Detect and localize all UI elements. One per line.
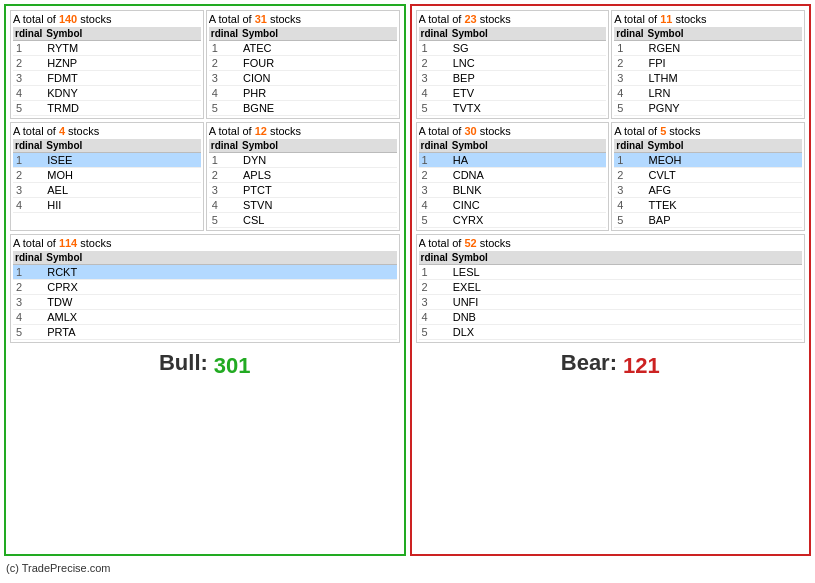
table-row: 2LNC — [419, 56, 607, 71]
col-ordinal: rdinal — [13, 27, 44, 41]
table-row: 5TRMD — [13, 101, 201, 116]
col-symbol: Symbol — [44, 251, 396, 265]
bull-text-label: Bull: — [159, 350, 208, 376]
table-row: 5BGNE — [209, 101, 397, 116]
table-row: 5CSL — [209, 213, 397, 228]
bear-block-23: A total of 23 stocks rdinal Symbol 1SG 2… — [416, 10, 610, 119]
table-row: 4KDNY — [13, 86, 201, 101]
table-row: 5CYRX — [419, 213, 607, 228]
bear-block-5: A total of 5 stocks rdinal Symbol 1MEOH … — [611, 122, 805, 231]
bull-block-31: A total of 31 stocks rdinal Symbol 1ATEC… — [206, 10, 400, 119]
table-row: 2HZNP — [13, 56, 201, 71]
col-symbol: Symbol — [240, 27, 397, 41]
bull-count: 301 — [214, 353, 251, 379]
table-row: 4DNB — [419, 310, 803, 325]
col-ordinal: rdinal — [209, 27, 240, 41]
bull-block-12: A total of 12 stocks rdinal Symbol 1DYN … — [206, 122, 400, 231]
footer: (c) TradePrecise.com — [0, 560, 815, 576]
table-row: 2FOUR — [209, 56, 397, 71]
col-ordinal: rdinal — [13, 251, 44, 265]
table-row: 1LESL — [419, 265, 803, 280]
table-row: 5PRTA — [13, 325, 397, 340]
bear-block-11: A total of 11 stocks rdinal Symbol 1RGEN… — [611, 10, 805, 119]
bear-5-header: A total of 5 stocks — [614, 125, 802, 137]
table-row: 4LRN — [614, 86, 802, 101]
table-row: 3AEL — [13, 183, 201, 198]
table-row: 4PHR — [209, 86, 397, 101]
bear-count: 121 — [623, 353, 660, 379]
table-row: 1DYN — [209, 153, 397, 168]
col-symbol: Symbol — [44, 27, 201, 41]
col-ordinal: rdinal — [209, 139, 240, 153]
table-row: 3TDW — [13, 295, 397, 310]
table-row: 3LTHM — [614, 71, 802, 86]
table-row: 2MOH — [13, 168, 201, 183]
table-row: 5BAP — [614, 213, 802, 228]
bear-label-row: Bear: 121 — [416, 347, 806, 379]
table-row: 2EXEL — [419, 280, 803, 295]
bull-block-114: A total of 114 stocks rdinal Symbol 1RCK… — [10, 234, 400, 343]
table-row: 5DLX — [419, 325, 803, 340]
table-row: 3PTCT — [209, 183, 397, 198]
table-row: 2FPI — [614, 56, 802, 71]
table-row: 1RCKT — [13, 265, 397, 280]
bear-text-label: Bear: — [561, 350, 617, 376]
bull-31-header: A total of 31 stocks — [209, 13, 397, 25]
bear-52-header: A total of 52 stocks — [419, 237, 803, 249]
table-row: 1ATEC — [209, 41, 397, 56]
table-row: 5PGNY — [614, 101, 802, 116]
table-row: 3UNFI — [419, 295, 803, 310]
col-symbol: Symbol — [645, 27, 802, 41]
table-row: 1SG — [419, 41, 607, 56]
col-ordinal: rdinal — [419, 251, 450, 265]
table-row: 1ISEE — [13, 153, 201, 168]
bear-30-header: A total of 30 stocks — [419, 125, 607, 137]
bull-block-4: A total of 4 stocks rdinal Symbol 1ISEE … — [10, 122, 204, 231]
bear-section: A total of 23 stocks rdinal Symbol 1SG 2… — [410, 4, 812, 556]
bull-label-row: Bull: 301 — [10, 347, 400, 379]
bull-140-header: A total of 140 stocks — [13, 13, 201, 25]
bear-11-header: A total of 11 stocks — [614, 13, 802, 25]
table-row: 3AFG — [614, 183, 802, 198]
col-ordinal: rdinal — [419, 27, 450, 41]
col-symbol: Symbol — [450, 139, 607, 153]
bull-12-header: A total of 12 stocks — [209, 125, 397, 137]
table-row: 5TVTX — [419, 101, 607, 116]
bear-23-header: A total of 23 stocks — [419, 13, 607, 25]
table-row: 1RYTM — [13, 41, 201, 56]
col-symbol: Symbol — [240, 139, 397, 153]
bull-block-140: A total of 140 stocks rdinal Symbol 1RYT… — [10, 10, 204, 119]
table-row: 4ETV — [419, 86, 607, 101]
col-symbol: Symbol — [450, 27, 607, 41]
col-symbol: Symbol — [645, 139, 802, 153]
table-row: 4STVN — [209, 198, 397, 213]
bull-114-header: A total of 114 stocks — [13, 237, 397, 249]
table-row: 2CVLT — [614, 168, 802, 183]
table-row: 4CINC — [419, 198, 607, 213]
table-row: 1HA — [419, 153, 607, 168]
col-symbol: Symbol — [450, 251, 802, 265]
col-ordinal: rdinal — [13, 139, 44, 153]
col-symbol: Symbol — [44, 139, 201, 153]
table-row: 4AMLX — [13, 310, 397, 325]
table-row: 4TTEK — [614, 198, 802, 213]
col-ordinal: rdinal — [614, 139, 645, 153]
table-row: 3CION — [209, 71, 397, 86]
table-row: 2CDNA — [419, 168, 607, 183]
col-ordinal: rdinal — [614, 27, 645, 41]
table-row: 2APLS — [209, 168, 397, 183]
bear-block-52: A total of 52 stocks rdinal Symbol 1LESL… — [416, 234, 806, 343]
bull-4-header: A total of 4 stocks — [13, 125, 201, 137]
table-row: 2CPRX — [13, 280, 397, 295]
table-row: 4HII — [13, 198, 201, 213]
table-row: 3FDMT — [13, 71, 201, 86]
table-row: 1MEOH — [614, 153, 802, 168]
bull-section: A total of 140 stocks rdinal Symbol 1RYT… — [4, 4, 406, 556]
bear-block-30: A total of 30 stocks rdinal Symbol 1HA 2… — [416, 122, 610, 231]
table-row: 3BLNK — [419, 183, 607, 198]
table-row: 1RGEN — [614, 41, 802, 56]
col-ordinal: rdinal — [419, 139, 450, 153]
table-row: 3BEP — [419, 71, 607, 86]
